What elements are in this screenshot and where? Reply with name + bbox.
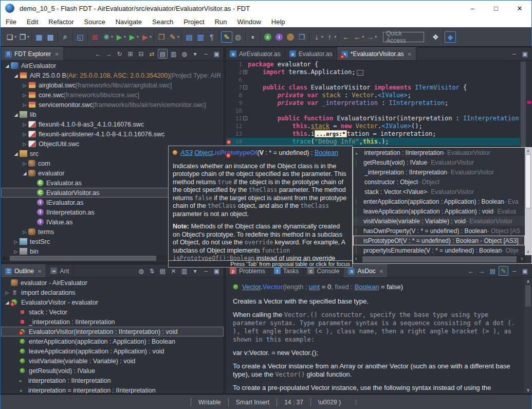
tree-expander-icon[interactable]: ▷ xyxy=(21,229,28,235)
tree-expander-icon[interactable]: ▷ xyxy=(21,83,28,88)
minimize-icon[interactable]: – xyxy=(201,49,211,59)
fold-toggle-icon[interactable]: + xyxy=(243,70,247,74)
dropdown-caret-icon[interactable]: ▾ xyxy=(27,34,29,39)
open-perspective-icon[interactable]: ❖ xyxy=(430,31,441,43)
packages-icon[interactable]: ◍ xyxy=(179,49,189,59)
dropdown-caret-icon[interactable]: ▾ xyxy=(124,34,126,39)
minimize-icon[interactable]: – xyxy=(509,49,519,59)
proposal-item[interactable]: enterApplication(application : Applicati… xyxy=(353,197,525,206)
proposal-item[interactable]: ▸interpretation : IInterpretation - Eval… xyxy=(353,148,525,157)
tree-row[interactable]: stack : Vector xyxy=(1,307,224,317)
forward-icon[interactable]: → xyxy=(104,49,114,59)
editor-tab[interactable]: aEvaluator.as xyxy=(285,47,337,60)
annotate-pen-icon[interactable]: ✎ xyxy=(167,31,178,43)
back-edit-icon[interactable]: ← xyxy=(340,31,352,43)
tree-row[interactable]: ▷airglobal.swc [frameworks/libs/air/airg… xyxy=(1,80,224,90)
c-green-icon[interactable]: c xyxy=(262,31,273,43)
tree-row[interactable]: ▷≣import declarations xyxy=(1,288,224,297)
tree-row[interactable]: enterApplication(application : Applicati… xyxy=(1,336,224,346)
close-icon[interactable]: ✕ xyxy=(408,51,412,57)
scroll-up-icon[interactable]: ∧ xyxy=(524,278,532,284)
hide-fields-icon[interactable]: ▤ xyxy=(158,266,168,276)
close-icon[interactable]: ✕ xyxy=(38,269,42,274)
minimize-button[interactable]: – xyxy=(461,1,484,16)
dropdown-caret-icon[interactable]: ▾ xyxy=(321,34,323,39)
scroll-down-icon[interactable]: ∨ xyxy=(525,250,531,254)
tree-expander-icon[interactable]: ▷ xyxy=(21,122,28,127)
dropdown-caret-icon[interactable]: ▾ xyxy=(111,34,113,39)
run-icon[interactable]: ▶ xyxy=(114,31,125,43)
editor-tab[interactable]: aAirEvaluator.as xyxy=(226,47,285,60)
code-line[interactable]: 12 this.stack = new Vector.<IValue>(); xyxy=(226,122,520,130)
info-purple-icon[interactable]: i xyxy=(273,31,285,43)
open-resource-icon[interactable]: ◱ xyxy=(75,31,86,43)
tree-expander-icon[interactable]: ▷ xyxy=(21,102,28,108)
externalize-icon[interactable]: ▤ xyxy=(184,31,195,43)
menu-file[interactable]: File xyxy=(1,16,22,27)
tree-row[interactable]: getResult(void) : IValue xyxy=(1,366,224,376)
scroll-left-icon[interactable]: ‹ xyxy=(355,256,357,261)
quick-access-input[interactable]: Quick Access xyxy=(383,32,424,42)
forward-icon[interactable]: → xyxy=(364,31,376,43)
tree-row[interactable]: ◢lib xyxy=(1,110,224,119)
tree-row[interactable]: ◢EvaluatorVisitor - evaluator xyxy=(1,297,224,307)
c-dark-icon[interactable]: c xyxy=(247,31,259,43)
menu-project[interactable]: Project xyxy=(178,16,209,27)
code-line[interactable]: 8 private var stack : Vector.<IValue>; xyxy=(226,92,520,99)
code-line[interactable]: 11- public function EvaluatorVisitor(int… xyxy=(226,115,520,122)
maximize-button[interactable]: □ xyxy=(484,1,508,16)
editor-tab[interactable]: a*EvaluatorVisitor.as✕ xyxy=(337,47,416,60)
minimize-icon[interactable]: – xyxy=(509,266,519,276)
show-whitespace-icon[interactable]: ¶ xyxy=(206,31,217,43)
scroll-left-icon[interactable]: ‹ xyxy=(4,255,5,261)
scroll-thumb[interactable] xyxy=(521,62,526,149)
tree-expander-icon[interactable]: ▷ xyxy=(21,161,28,166)
tree-expander-icon[interactable]: ▷ xyxy=(21,141,28,147)
dropdown-caret-icon[interactable]: ▾ xyxy=(375,34,377,39)
proposal-item[interactable]: visitVariable(variable : Variable) : voi… xyxy=(353,216,525,226)
save-icon[interactable]: ▦ xyxy=(33,31,45,43)
scroll-down-icon[interactable]: ∨ xyxy=(524,387,532,393)
tree-row[interactable]: evaluator - AirEvaluator xyxy=(1,278,224,288)
maximize-icon[interactable]: ▣ xyxy=(520,49,530,59)
forward-icon[interactable]: → xyxy=(477,266,487,276)
tab-fdt-explorer[interactable]: ⠿ FDT Explorer ✕ xyxy=(1,47,64,60)
menu-navigate[interactable]: Navigate xyxy=(111,16,147,27)
console-icon[interactable]: ⊠ xyxy=(89,31,101,43)
view-flat-icon[interactable]: ▤ xyxy=(158,49,168,59)
tree-expander-icon[interactable]: ◢ xyxy=(12,112,20,117)
proposal-item[interactable]: _interpretation : IInterpretation - Eval… xyxy=(353,167,525,177)
code-line[interactable]: 7- public class EvaluatorVisitor impleme… xyxy=(226,84,520,92)
tree-row[interactable]: leaveApplication(application : Applicati… xyxy=(1,346,224,356)
dropdown-caret-icon[interactable]: ▾ xyxy=(150,34,152,39)
menu-source[interactable]: Source xyxy=(79,16,111,27)
scroll-thumb[interactable] xyxy=(10,256,156,261)
show-doc-icon[interactable]: ▥ xyxy=(195,31,206,43)
tree-row[interactable]: ◢AirEvaluator xyxy=(1,61,224,70)
menu-edit[interactable]: Edit xyxy=(22,16,43,27)
maximize-icon[interactable]: ▣ xyxy=(212,49,222,59)
profile-icon[interactable]: ▶ xyxy=(139,31,151,43)
proposal-item[interactable]: propertyIsEnumerable(V : * = undefined) … xyxy=(353,245,525,255)
package-brown-icon[interactable] xyxy=(285,31,296,43)
edit-doc-icon[interactable]: ✎ xyxy=(499,266,508,276)
debug-icon[interactable]: ✺ xyxy=(101,31,112,43)
proposal-item[interactable]: getResult(void) : IValue - EvaluatorVisi… xyxy=(353,157,525,167)
fold-toggle-icon[interactable]: - xyxy=(243,116,247,120)
doc-link[interactable]: AS3 xyxy=(180,149,193,156)
dropdown-caret-icon[interactable]: ▾ xyxy=(362,34,364,39)
code-line[interactable]: 10 xyxy=(226,107,520,115)
tree-expander-icon[interactable]: ◢ xyxy=(21,171,28,176)
doc-link[interactable]: Boolean xyxy=(315,149,338,156)
close-icon[interactable]: ✕ xyxy=(379,269,383,274)
tree-row[interactable]: ▷flexunit-aircilistener-4.1.0-8-4.1.0.16… xyxy=(1,129,224,139)
mark-occurrences-icon[interactable]: ✎ xyxy=(221,31,232,43)
dropdown-caret-icon[interactable]: ▾ xyxy=(14,34,16,39)
tree-expander-icon[interactable]: ◢ xyxy=(12,73,20,78)
doc-link[interactable]: Boolean xyxy=(355,283,379,291)
close-button[interactable]: ✕ xyxy=(508,1,531,16)
world-download-icon[interactable]: ◍ xyxy=(232,31,244,43)
code-line[interactable]: 6 xyxy=(226,76,520,84)
tab-outline[interactable]: ☰ Outline ✕ xyxy=(1,264,46,277)
code-line[interactable]: 1package evaluator { xyxy=(226,61,520,68)
